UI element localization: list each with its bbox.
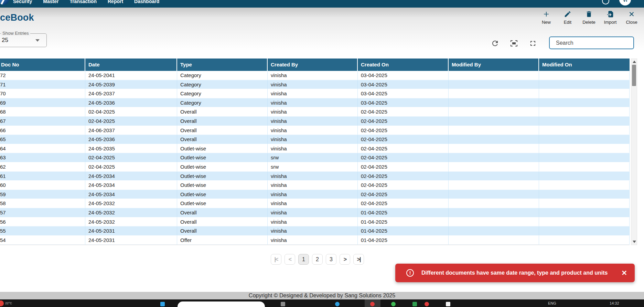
cell-modified-on (539, 199, 630, 208)
cell-modified-on (539, 98, 630, 108)
cell-modified-on (539, 89, 630, 98)
copyright-text: Copyright © Designed & Developed by Sang… (249, 293, 395, 299)
column-header-modified-on[interactable]: Modified On (539, 59, 630, 71)
cell-modified-on (539, 162, 630, 172)
taskbar-app-icon[interactable] (391, 302, 396, 306)
fit-screen-button[interactable] (509, 38, 519, 49)
scroll-down-icon[interactable] (633, 241, 636, 243)
table-row[interactable]: 6924-05-2036Categoryvinisha03-04-2025 (0, 98, 630, 108)
table-row[interactable]: 7024-05-2037Categoryvinisha03-04-2025 (0, 89, 630, 98)
cell-date: 24-05-2031 (85, 236, 177, 245)
table-row[interactable]: 6524-05-2036Overallvinisha02-04-2025 (0, 135, 630, 144)
toast-close-button[interactable]: ✕ (621, 269, 627, 276)
table-scrollbar[interactable] (631, 59, 637, 245)
weather-icon[interactable] (0, 300, 4, 306)
show-entries-value: 25 (2, 37, 8, 44)
column-header-type[interactable]: Type (177, 59, 268, 71)
cell-modified-on (539, 190, 630, 199)
table-row[interactable]: 5424-05-2031Offervinisha01-04-2025 (0, 236, 630, 245)
taskbar-app-icon[interactable] (160, 302, 165, 306)
taskbar-app-icon[interactable] (281, 302, 285, 306)
nav-item-security[interactable]: Security (13, 0, 32, 4)
delete-button[interactable]: Delete (581, 10, 597, 25)
cell-modified-by (449, 80, 539, 89)
language-indicator[interactable]: ENG (548, 301, 556, 305)
cell-created-on: 02-04-2025 (358, 199, 449, 208)
table-row[interactable]: 6124-05-2034Outlet-wisevinisha02-04-2025 (0, 172, 630, 181)
taskbar-app-icon[interactable] (335, 302, 340, 306)
table-row[interactable]: 6024-05-2034Outlet-wisevinisha02-04-2025 (0, 181, 630, 190)
cell-date: 02-04-2025 (85, 107, 177, 117)
column-header-created-by[interactable]: Created By (268, 59, 358, 71)
taskbar-clock: 14:32 (610, 301, 619, 305)
cell-doc-no: 55 (0, 226, 85, 236)
user-avatar[interactable]: VI (619, 0, 631, 6)
prev-page-button[interactable]: < (285, 254, 295, 265)
cell-modified-by (449, 153, 539, 162)
nav-item-master[interactable]: Master (43, 0, 58, 4)
cell-modified-on (539, 71, 630, 80)
table-row[interactable]: 6702-04-2025Overallvinisha02-04-2025 (0, 117, 630, 126)
show-entries-select[interactable]: Show Entries 25 (0, 33, 47, 47)
taskbar-app-icon[interactable] (425, 302, 429, 306)
table-row[interactable]: 6302-04-2025Outlet-wisesrw02-04-2025 (0, 153, 630, 162)
nav-item-transaction[interactable]: Transaction (69, 0, 97, 4)
cell-date: 24-06-2037 (85, 126, 177, 135)
close-button[interactable]: Close (624, 10, 639, 25)
scrollbar-thumb[interactable] (632, 65, 636, 86)
import-button[interactable]: Import (603, 10, 618, 25)
cell-modified-on (539, 80, 630, 89)
plus-icon (543, 10, 550, 19)
column-header-doc-no[interactable]: Doc No (0, 59, 85, 71)
cell-modified-on (539, 126, 630, 135)
cell-created-by: vinisha (268, 236, 358, 245)
column-header-date[interactable]: Date (85, 59, 177, 71)
column-header-modified-by[interactable]: Modified By (449, 59, 539, 71)
cell-modified-on (539, 153, 630, 162)
page-button-2[interactable]: 2 (312, 254, 323, 265)
taskbar-active-app[interactable] (365, 299, 380, 307)
table-row[interactable]: 7224-05-2041Categoryvinisha03-04-2025 (0, 71, 630, 80)
clock-icon[interactable] (602, 0, 609, 4)
new-button[interactable]: New (539, 10, 554, 25)
table-row[interactable]: 6424-05-2035Outlet-wisevinisha02-04-2025 (0, 144, 630, 154)
toast-message: Different documents have same date range… (421, 270, 621, 276)
fullscreen-button[interactable] (528, 38, 538, 49)
cell-doc-no: 66 (0, 126, 85, 135)
cell-created-by: vinisha (268, 98, 358, 108)
cell-created-on: 03-04-2025 (358, 98, 449, 108)
table-row[interactable]: 5624-05-2032Overallvinisha01-04-2025 (0, 218, 630, 227)
nav-item-report[interactable]: Report (108, 0, 123, 4)
cell-modified-on (539, 218, 630, 227)
edit-button[interactable]: Edit (560, 10, 575, 25)
cell-type: Outlet-wise (177, 153, 268, 162)
cell-modified-by (449, 144, 539, 154)
cell-modified-by (449, 236, 539, 245)
taskbar-app-icon[interactable] (412, 302, 417, 306)
cell-type: Category (177, 89, 268, 98)
table-row[interactable]: 5524-05-2031Overallvinisha01-04-2025 (0, 226, 630, 236)
cell-doc-no: 65 (0, 135, 85, 144)
search-input[interactable] (549, 36, 634, 49)
last-page-button[interactable]: >| (353, 254, 364, 265)
cell-modified-on (539, 144, 630, 154)
table-row[interactable]: 5824-05-2032Outlet-wisevinisha02-04-2025 (0, 199, 630, 208)
table-row[interactable]: 5724-05-2032Overallvinisha01-04-2025 (0, 208, 630, 218)
cell-modified-by (449, 98, 539, 108)
refresh-button[interactable] (490, 38, 500, 49)
table-row[interactable]: 6802-04-2025Overallvinisha02-04-2025 (0, 107, 630, 117)
nav-item-dashboard[interactable]: Dashboard (134, 0, 159, 4)
page-button-3[interactable]: 3 (326, 254, 336, 265)
table-row[interactable]: 5924-05-2034Outlet-wisevinisha02-04-2025 (0, 190, 630, 199)
scroll-up-icon[interactable] (633, 61, 636, 63)
page-button-1[interactable]: 1 (298, 254, 309, 265)
taskbar-search[interactable] (178, 301, 265, 307)
table-row[interactable]: 6202-04-2025Outlet-wisesrw02-04-2025 (0, 162, 630, 172)
table-row[interactable]: 7124-05-2039Categoryvinisha03-04-2025 (0, 80, 630, 89)
table-row[interactable]: 6624-06-2037Overallvinisha02-04-2025 (0, 126, 630, 135)
taskbar-app-icon[interactable] (446, 302, 450, 306)
cell-type: Overall (177, 135, 268, 144)
column-header-created-on[interactable]: Created On (358, 59, 449, 71)
first-page-button[interactable]: |< (271, 254, 281, 265)
next-page-button[interactable]: > (340, 254, 350, 265)
